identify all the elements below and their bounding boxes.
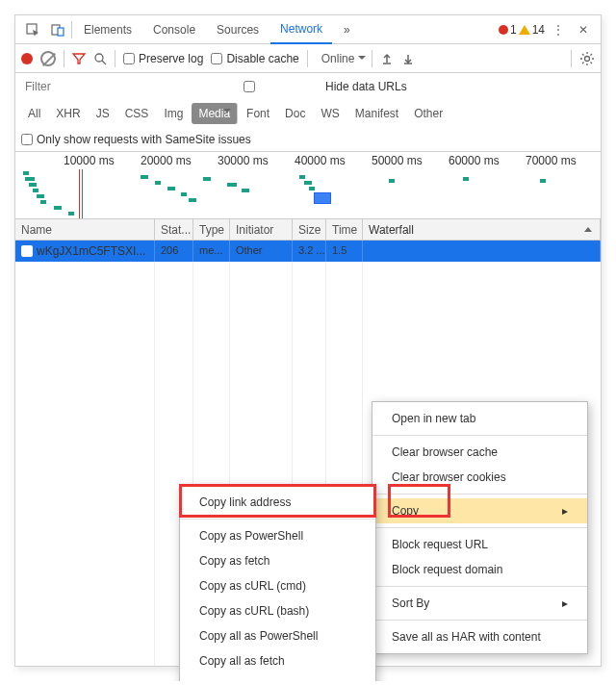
error-count: 1 <box>510 23 517 37</box>
devtools-panel: Elements Console Sources Network » 1 14 … <box>14 14 602 667</box>
divider <box>372 527 587 528</box>
divider <box>64 50 64 67</box>
inspect-icon[interactable] <box>21 18 44 41</box>
divider <box>180 519 375 520</box>
filter-media[interactable]: Media <box>192 103 238 124</box>
header-time[interactable]: Time <box>326 219 363 240</box>
request-type: me... <box>193 241 230 262</box>
samesite-checkbox[interactable]: Only show requests with SameSite issues <box>21 133 251 146</box>
menu-block-url[interactable]: Block request URL <box>372 532 587 557</box>
tick-label: 40000 ms <box>295 154 346 167</box>
hide-data-urls-checkbox[interactable]: Hide data URLs <box>177 80 407 93</box>
header-status[interactable]: Stat... <box>155 219 193 240</box>
menu-open-new-tab[interactable]: Open in new tab <box>372 406 587 431</box>
svg-point-5 <box>585 56 590 61</box>
request-row[interactable]: wKgJX1mC5FTSXI... 206 me... Other 3.2 ..… <box>15 241 601 262</box>
header-initiator[interactable]: Initiator <box>230 219 293 240</box>
tick-label: 10000 ms <box>64 154 115 167</box>
menu-clear-cache[interactable]: Clear browser cache <box>372 440 587 465</box>
svg-point-3 <box>95 54 103 62</box>
overview-timeline[interactable]: 10000 ms 20000 ms 30000 ms 40000 ms 5000… <box>15 152 601 219</box>
context-menu: Open in new tab Clear browser cache Clea… <box>372 401 588 654</box>
chevron-right-icon: ▸ <box>562 504 568 518</box>
filter-icon[interactable] <box>72 52 86 65</box>
menu-copy-curl-cmd[interactable]: Copy as cURL (cmd) <box>180 573 375 598</box>
svg-rect-2 <box>58 28 64 36</box>
divider <box>307 50 308 67</box>
menu-copy-all-powershell[interactable]: Copy all as PowerShell <box>180 623 375 648</box>
filter-input[interactable] <box>21 76 166 97</box>
filter-doc[interactable]: Doc <box>278 103 312 124</box>
header-size[interactable]: Size <box>293 219 326 240</box>
file-icon <box>21 245 33 257</box>
request-name: wKgJX1mC5FTSXI... <box>37 244 145 258</box>
filter-font[interactable]: Font <box>240 103 276 124</box>
menu-copy-all-curl-cmd[interactable]: Copy all as cURL (cmd) <box>180 673 375 681</box>
header-type[interactable]: Type <box>193 219 230 240</box>
filter-all[interactable]: All <box>21 103 47 124</box>
close-icon[interactable]: ✕ <box>572 18 595 41</box>
request-initiator: Other <box>230 241 293 262</box>
divider <box>372 435 587 436</box>
menu-copy-curl-bash[interactable]: Copy as cURL (bash) <box>180 598 375 623</box>
type-filter-bar: All XHR JS CSS Img Media Font Doc WS Man… <box>15 100 601 127</box>
header-waterfall[interactable]: Waterfall <box>363 219 601 240</box>
warning-badge[interactable]: 14 <box>519 23 545 37</box>
disable-cache-checkbox[interactable]: Disable cache <box>211 52 298 65</box>
request-waterfall <box>363 241 601 262</box>
tab-elements[interactable]: Elements <box>74 16 141 43</box>
kebab-icon[interactable]: ⋮ <box>547 18 570 41</box>
request-status: 206 <box>155 241 193 262</box>
timeline-bars <box>15 169 601 218</box>
upload-icon[interactable] <box>380 52 394 65</box>
menu-save-har[interactable]: Save all as HAR with content <box>372 624 587 649</box>
highlight-annotation <box>388 484 450 518</box>
tick-label: 30000 ms <box>218 154 269 167</box>
device-icon[interactable] <box>46 18 69 41</box>
chevron-right-icon: ▸ <box>562 596 568 610</box>
menu-block-domain[interactable]: Block request domain <box>372 557 587 582</box>
record-button[interactable] <box>21 53 33 64</box>
search-icon[interactable] <box>93 52 107 65</box>
svg-line-4 <box>102 61 106 64</box>
divider <box>372 620 587 621</box>
menu-sort-by[interactable]: Sort By▸ <box>372 591 587 616</box>
table-headers: Name Stat... Type Initiator Size Time Wa… <box>15 219 601 241</box>
filter-manifest[interactable]: Manifest <box>348 103 405 124</box>
throttling-select[interactable]: Online <box>316 50 373 67</box>
request-size: 3.2 ... <box>293 241 326 262</box>
tab-network[interactable]: Network <box>270 15 332 44</box>
filter-bar: Hide data URLs <box>15 73 601 100</box>
samesite-row: Only show requests with SameSite issues <box>15 127 601 152</box>
highlight-annotation <box>179 484 376 518</box>
menu-copy-all-fetch[interactable]: Copy all as fetch <box>180 648 375 673</box>
preserve-log-checkbox[interactable]: Preserve log <box>123 52 203 65</box>
tab-sources[interactable]: Sources <box>207 16 269 43</box>
tick-label: 20000 ms <box>141 154 192 167</box>
gear-icon[interactable] <box>579 51 595 66</box>
tick-label: 50000 ms <box>372 154 423 167</box>
download-icon[interactable] <box>401 52 415 65</box>
more-tabs-icon[interactable]: » <box>334 16 360 43</box>
network-toolbar: Preserve log Disable cache Online <box>15 44 601 73</box>
menu-copy-fetch[interactable]: Copy as fetch <box>180 548 375 573</box>
filter-js[interactable]: JS <box>90 103 116 124</box>
tab-console[interactable]: Console <box>143 16 205 43</box>
filter-css[interactable]: CSS <box>118 103 156 124</box>
header-name[interactable]: Name <box>15 219 155 240</box>
table-body: Open in new tab Clear browser cache Clea… <box>15 262 601 666</box>
filter-img[interactable]: Img <box>157 103 190 124</box>
menu-copy-powershell[interactable]: Copy as PowerShell <box>180 523 375 548</box>
top-tabbar: Elements Console Sources Network » 1 14 … <box>15 15 601 44</box>
divider <box>372 586 587 587</box>
divider <box>71 21 72 38</box>
filter-other[interactable]: Other <box>407 103 449 124</box>
filter-ws[interactable]: WS <box>314 103 346 124</box>
tick-label: 70000 ms <box>526 154 577 167</box>
tick-label: 60000 ms <box>449 154 500 167</box>
filter-xhr[interactable]: XHR <box>49 103 87 124</box>
error-badge[interactable]: 1 <box>499 23 517 37</box>
warning-count: 14 <box>532 23 545 37</box>
sort-icon <box>584 227 592 232</box>
clear-button[interactable] <box>40 51 56 66</box>
